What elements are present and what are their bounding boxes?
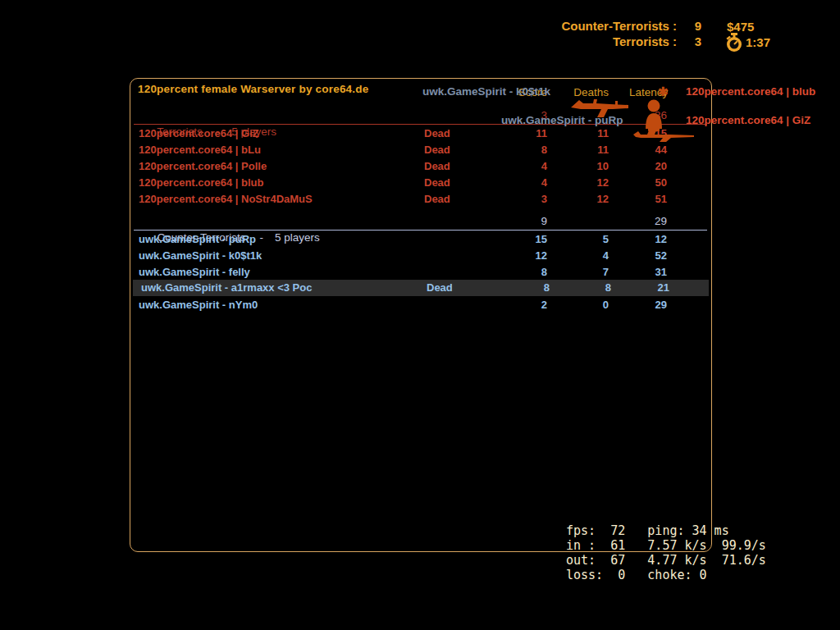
player-latency: 12 — [595, 231, 667, 248]
player-name: 120percent.core64 | bLu — [139, 142, 261, 158]
server-title: 120percent female Warserver by core64.de — [138, 83, 368, 95]
killfeed-killer: uwk.GameSpirit - puRp — [501, 114, 623, 126]
table-row: uwk.GameSpirit - puRp 15 5 12 — [130, 231, 711, 248]
hud-round-timer: 1:37 — [746, 35, 770, 49]
player-name: 120percent.core64 | NoStr4DaMuS — [139, 191, 313, 208]
table-row: uwk.GameSpirit - k0$t1k 12 4 52 — [130, 248, 711, 264]
sniper-awp-icon — [626, 115, 695, 146]
player-name: 120percent.core64 | GiZ — [139, 126, 259, 142]
player-name: 120percent.core64 | Polle — [139, 158, 267, 175]
player-name: uwk.GameSpirit - a1rmaxx <3 Poc — [141, 280, 312, 296]
player-latency: 31 — [595, 264, 667, 281]
hud-t-label: Terrorists : — [613, 35, 677, 48]
killfeed-victim: 120percent.core64 | GiZ — [686, 114, 810, 126]
player-status: Dead — [424, 175, 450, 191]
hud-t-round-score: Terrorists : 3 — [613, 35, 701, 48]
netgraph: fps: 72 ping: 34 ms in : 61 7.57 k/s 99.… — [566, 523, 766, 582]
stopwatch-icon — [724, 32, 745, 56]
netgraph-fps-ping: fps: 72 ping: 34 ms — [566, 523, 766, 538]
team-divider-counter-terrorists — [134, 230, 707, 231]
netgraph-in: in : 61 7.57 k/s 99.9/s — [566, 538, 766, 553]
player-status: Dead — [424, 126, 450, 142]
table-row: 120percent.core64 | NoStr4DaMuS Dead 3 1… — [130, 191, 711, 208]
hud-ct-label: Counter-Terrorists : — [561, 20, 677, 33]
player-name: uwk.GameSpirit - felly — [139, 264, 250, 281]
player-name: uwk.GameSpirit - puRp — [139, 231, 256, 248]
team-latency: 29 — [595, 213, 667, 230]
player-latency: 52 — [595, 248, 667, 264]
table-row-local-player: uwk.GameSpirit - a1rmaxx <3 Poc Dead 8 8… — [133, 280, 709, 296]
player-status: Dead — [427, 280, 453, 296]
player-name: uwk.GameSpirit - k0$t1k — [139, 248, 262, 264]
player-latency: 29 — [595, 297, 667, 313]
hud-ct-score: 9 — [677, 20, 701, 33]
player-name: 120percent.core64 | blub — [139, 175, 263, 191]
team-score: 9 — [475, 213, 547, 230]
player-latency: 20 — [595, 158, 667, 175]
table-row: 120percent.core64 | bLu Dead 8 11 44 — [130, 142, 711, 158]
killfeed-killer: uwk.GameSpirit - k0$t1k — [422, 85, 550, 98]
hud-ct-round-score: Counter-Terrorists : 9 — [561, 20, 701, 33]
table-row: 120percent.core64 | GiZ Dead 11 11 15 — [130, 126, 711, 142]
table-row: uwk.GameSpirit - felly 8 7 31 — [130, 264, 711, 281]
player-latency: 21 — [597, 280, 669, 296]
headshot-star-icon: ✱ — [658, 84, 669, 99]
player-name: uwk.GameSpirit - nYm0 — [139, 297, 258, 313]
table-row: 120percent.core64 | blub Dead 4 12 50 — [130, 175, 711, 191]
player-status: Dead — [424, 191, 450, 208]
netgraph-out: out: 67 4.77 k/s 71.6/s — [566, 553, 766, 568]
killfeed-victim: 120percent.core64 | blub — [686, 85, 815, 98]
player-latency: 51 — [595, 191, 667, 208]
table-row: uwk.GameSpirit - nYm0 2 0 29 — [130, 297, 711, 313]
player-latency: 50 — [595, 175, 667, 191]
hud-t-score: 3 — [677, 35, 701, 48]
player-status: Dead — [424, 158, 450, 175]
table-row: 120percent.core64 | Polle Dead 4 10 20 — [130, 158, 711, 175]
scoreboard-panel: 120percent female Warserver by core64.de… — [130, 78, 712, 552]
team-header-counter-terrorists: Counter-Terrorists-5 players 9 29 — [130, 213, 711, 230]
netgraph-loss-choke: loss: 0 choke: 0 — [566, 568, 766, 582]
player-status: Dead — [424, 142, 450, 158]
